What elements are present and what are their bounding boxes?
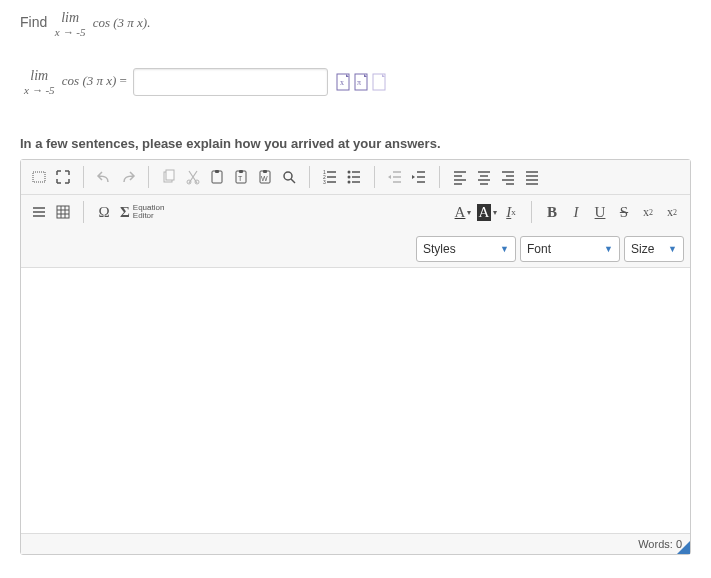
strike-button[interactable]: S <box>612 200 636 224</box>
styles-dropdown[interactable]: Styles▼ <box>416 236 516 262</box>
answer-input[interactable] <box>133 68 328 96</box>
find-label: Find <box>20 14 47 30</box>
paste-word-icon[interactable]: W <box>253 165 277 189</box>
undo-icon[interactable] <box>92 165 116 189</box>
superscript-button[interactable]: x2 <box>660 200 684 224</box>
svg-point-18 <box>284 172 292 180</box>
explain-prompt: In a few sentences, please explain how y… <box>20 136 691 151</box>
doc-icon-1[interactable]: x <box>336 73 352 91</box>
redo-icon[interactable] <box>116 165 140 189</box>
word-count: Words: 0 <box>638 538 682 550</box>
omega-icon[interactable]: Ω <box>92 200 116 224</box>
hr-icon[interactable] <box>27 200 51 224</box>
paste-text-icon[interactable]: T <box>229 165 253 189</box>
svg-rect-11 <box>215 170 219 173</box>
svg-text:W: W <box>261 175 268 182</box>
svg-text:3: 3 <box>323 179 326 185</box>
svg-rect-5 <box>33 172 45 182</box>
svg-rect-25 <box>57 206 69 218</box>
equation-editor-button[interactable]: Σ EquationEditor <box>116 200 168 224</box>
lim-top: lim <box>55 10 86 26</box>
cos-expr: cos (3 π x) <box>93 15 148 30</box>
answer-limit-expr: lim x → -5 cos (3 π x) = <box>20 68 127 96</box>
toolbar-row-1: T W 123 <box>21 160 690 195</box>
doc-icon-2[interactable]: π <box>354 73 370 91</box>
align-left-icon[interactable] <box>448 165 472 189</box>
outdent-icon[interactable] <box>383 165 407 189</box>
svg-text:T: T <box>238 175 243 182</box>
align-right-icon[interactable] <box>496 165 520 189</box>
align-center-icon[interactable] <box>472 165 496 189</box>
svg-point-22 <box>348 171 351 174</box>
align-justify-icon[interactable] <box>520 165 544 189</box>
toolbar-row-2: Ω Σ EquationEditor A▾ A▾ Ix B I U S x2 x… <box>21 195 690 268</box>
doc-icon-3[interactable] <box>372 73 388 91</box>
maximize-icon[interactable] <box>51 165 75 189</box>
source-icon[interactable] <box>27 165 51 189</box>
bg-color-button[interactable]: A▾ <box>475 200 499 224</box>
paste-icon[interactable] <box>205 165 229 189</box>
table-icon[interactable] <box>51 200 75 224</box>
remove-format-button[interactable]: Ix <box>499 200 523 224</box>
find-icon[interactable] <box>277 165 301 189</box>
editor-footer: Words: 0 <box>21 533 690 554</box>
svg-rect-13 <box>239 170 243 173</box>
svg-rect-7 <box>166 170 174 180</box>
svg-point-24 <box>348 181 351 184</box>
font-dropdown[interactable]: Font▼ <box>520 236 620 262</box>
limit-expression: lim x → -5 cos (3 π x). <box>51 15 151 30</box>
copy-icon[interactable] <box>157 165 181 189</box>
unordered-list-icon[interactable] <box>342 165 366 189</box>
rich-text-editor: T W 123 Ω Σ <box>20 159 691 555</box>
italic-button[interactable]: I <box>564 200 588 224</box>
editor-content[interactable] <box>21 268 690 533</box>
svg-point-23 <box>348 176 351 179</box>
lim-bottom: x → -5 <box>55 26 86 38</box>
size-dropdown[interactable]: Size▼ <box>624 236 684 262</box>
cut-icon[interactable] <box>181 165 205 189</box>
indent-icon[interactable] <box>407 165 431 189</box>
text-color-button[interactable]: A▾ <box>451 200 475 224</box>
bold-button[interactable]: B <box>540 200 564 224</box>
answer-line: lim x → -5 cos (3 π x) = x π <box>20 68 691 96</box>
svg-rect-16 <box>263 170 267 173</box>
subscript-button[interactable]: x2 <box>636 200 660 224</box>
underline-button[interactable]: U <box>588 200 612 224</box>
ordered-list-icon[interactable]: 123 <box>318 165 342 189</box>
svg-text:x: x <box>340 78 344 87</box>
svg-text:π: π <box>357 78 361 87</box>
answer-hint-icons: x π <box>336 73 388 91</box>
resize-handle[interactable] <box>677 541 690 554</box>
question-block: Find lim x → -5 cos (3 π x). <box>20 10 691 38</box>
